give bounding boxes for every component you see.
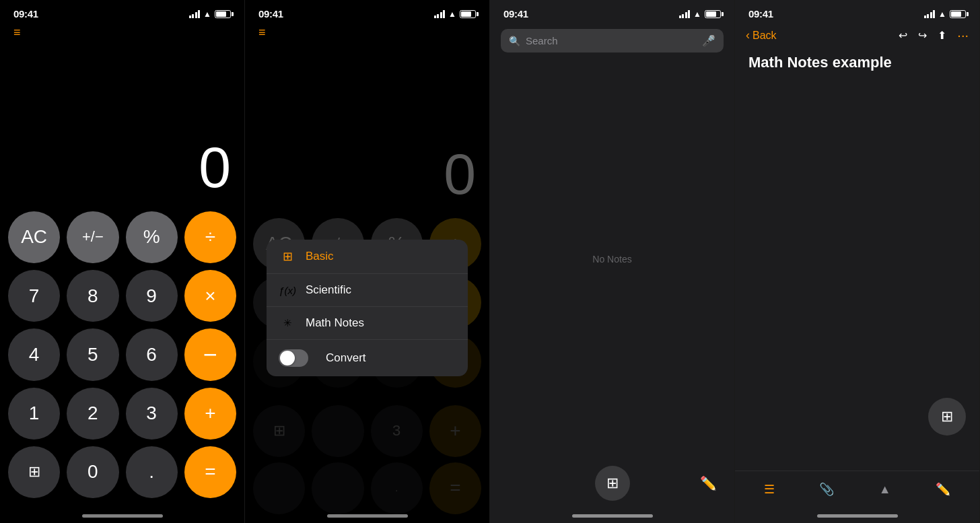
calc-result-2: 0 [444, 141, 473, 207]
undo-icon[interactable]: ↩ [899, 29, 907, 42]
scientific-icon: ƒ(x) [279, 285, 296, 296]
battery-icon-4 [950, 10, 966, 18]
btn-6[interactable]: 6 [126, 328, 178, 380]
battery-icon-2 [460, 10, 476, 18]
panel-notes-detail: 09:41 ▲ ‹ Back ↩ ↪ ⬆ ··· Math Notes [735, 0, 980, 523]
status-time-3: 09:41 [503, 8, 528, 20]
convert-label: Convert [326, 351, 366, 365]
search-input[interactable]: Search [526, 35, 697, 46]
btn-percent[interactable]: % [126, 211, 178, 263]
scientific-label: Scientific [306, 283, 351, 297]
mode-menu: ⊞ Basic ƒ(x) Scientific ✳ Math Notes Con… [267, 240, 468, 376]
convert-toggle[interactable] [279, 349, 308, 367]
home-indicator-4 [817, 514, 898, 518]
compose-icon: ✏️ [700, 475, 717, 491]
btn-0[interactable]: 0 [67, 446, 118, 498]
calc-display-2: 0 [245, 45, 489, 218]
panel-notes-list: 09:41 ▲ 🔍 Search 🎤 No Notes ⊞ [490, 0, 735, 523]
btn-8[interactable]: 8 [67, 270, 118, 322]
btn-divide[interactable]: ÷ [184, 211, 236, 263]
status-icons-3: ▲ [679, 9, 721, 19]
share-icon[interactable]: ⬆ [938, 29, 946, 42]
status-time-4: 09:41 [748, 8, 773, 20]
calc-result-1: 0 [199, 134, 228, 201]
signal-icon-3 [679, 10, 691, 18]
menu-item-convert[interactable]: Convert [267, 340, 468, 376]
mic-icon[interactable]: 🎤 [702, 34, 715, 47]
home-indicator-2 [327, 514, 408, 518]
search-bar[interactable]: 🔍 Search 🎤 [501, 29, 724, 53]
panel-calculator-menu: 09:41 ▲ ≡ 0 AC +/− % ÷ 7 8 9 × [245, 0, 490, 523]
status-bar-4: 09:41 ▲ [735, 0, 979, 24]
calc-icon-3: ⊞ [606, 475, 619, 492]
notes-calc-button[interactable]: ⊞ [595, 466, 630, 501]
detail-header: ‹ Back ↩ ↪ ⬆ ··· [735, 24, 979, 48]
btn-plus[interactable]: + [184, 388, 236, 440]
back-button[interactable]: ‹ Back [746, 28, 777, 42]
send-icon[interactable]: ▲ [875, 479, 895, 501]
menu-item-scientific[interactable]: ƒ(x) Scientific [267, 274, 468, 307]
notes-bottom-bar: ⊞ ✏️ [490, 459, 734, 514]
detail-calc-float-button[interactable]: ⊞ [928, 398, 966, 435]
status-bar-2: 09:41 ▲ [245, 0, 489, 24]
mathnotes-icon: ✳ [279, 317, 296, 329]
detail-actions: ↩ ↪ ⬆ ··· [899, 28, 969, 43]
menu-item-mathnotes[interactable]: ✳ Math Notes [267, 307, 468, 340]
btn-1[interactable]: 1 [8, 388, 60, 440]
compose-icon-4[interactable]: ✏️ [932, 478, 954, 501]
btn-dot[interactable]: . [126, 446, 178, 498]
battery-icon-3 [705, 10, 721, 18]
signal-icon-4 [924, 10, 936, 18]
basic-icon: ⊞ [279, 249, 296, 264]
back-label: Back [753, 30, 777, 42]
calc-header-1: ≡ [0, 24, 244, 45]
calc-keypad-1: AC +/− % ÷ 7 8 9 × 4 5 6 − 1 2 3 + ⊞ 0 .… [0, 211, 244, 514]
basic-label: Basic [306, 250, 334, 263]
menu-item-basic[interactable]: ⊞ Basic [267, 240, 468, 274]
notes-new-button[interactable]: ✏️ [695, 470, 721, 496]
battery-icon-1 [215, 10, 231, 18]
wifi-icon-4: ▲ [938, 9, 946, 19]
btn-7[interactable]: 7 [8, 270, 60, 322]
btn-5[interactable]: 5 [67, 328, 118, 380]
btn-ac[interactable]: AC [8, 211, 60, 263]
home-indicator-3 [572, 514, 653, 518]
redo-icon[interactable]: ↪ [918, 29, 927, 42]
btn-multiply[interactable]: × [184, 270, 236, 322]
btn-plusminus[interactable]: +/− [67, 211, 118, 263]
notes-search-header: 🔍 Search 🎤 [490, 24, 734, 59]
btn-minus[interactable]: − [184, 328, 236, 380]
wifi-icon-3: ▲ [693, 9, 701, 19]
btn-9[interactable]: 9 [126, 270, 178, 322]
status-icons-1: ▲ [189, 9, 231, 19]
checklist-icon[interactable]: ☰ [760, 478, 779, 501]
home-indicator-1 [82, 514, 163, 518]
note-title: Math Notes example [735, 48, 979, 79]
status-time-2: 09:41 [258, 8, 283, 20]
status-bar-3: 09:41 ▲ [490, 0, 734, 24]
btn-equals[interactable]: = [184, 446, 236, 498]
wifi-icon-1: ▲ [203, 9, 211, 19]
attachment-icon[interactable]: 📎 [815, 478, 838, 501]
status-bar-1: 09:41 ▲ [0, 0, 244, 24]
calc-display-1: 0 [0, 45, 244, 211]
toggle-knob [280, 351, 295, 365]
menu-icon-1[interactable]: ≡ [13, 26, 21, 38]
status-time-1: 09:41 [13, 8, 38, 20]
notes-body: No Notes [490, 59, 734, 459]
no-notes-label: No Notes [592, 254, 631, 265]
back-chevron-icon: ‹ [746, 28, 750, 42]
search-icon: 🔍 [509, 36, 520, 46]
status-icons-4: ▲ [924, 9, 966, 19]
btn-4[interactable]: 4 [8, 328, 60, 380]
signal-icon-2 [434, 10, 446, 18]
btn-3[interactable]: 3 [126, 388, 178, 440]
mathnotes-label: Math Notes [306, 316, 364, 330]
btn-calc-icon[interactable]: ⊞ [8, 446, 60, 498]
panel-calculator: 09:41 ▲ ≡ 0 AC +/− % ÷ 7 8 9 × 4 [0, 0, 245, 523]
more-icon[interactable]: ··· [957, 28, 969, 43]
status-icons-2: ▲ [434, 9, 476, 19]
menu-icon-2[interactable]: ≡ [258, 26, 266, 38]
detail-bottom-toolbar: ☰ 📎 ▲ ✏️ [735, 470, 979, 514]
btn-2[interactable]: 2 [67, 388, 118, 440]
